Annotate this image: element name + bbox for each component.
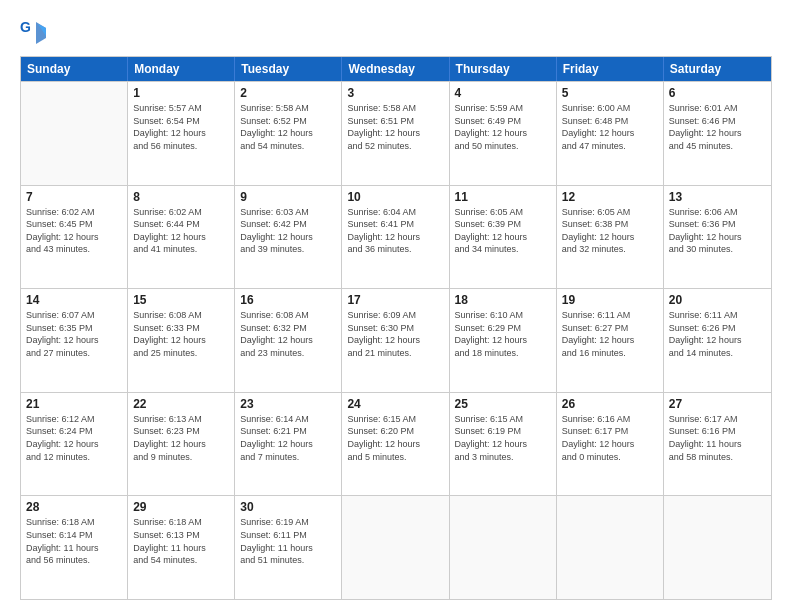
logo: G: [20, 18, 54, 46]
day-number: 18: [455, 293, 551, 307]
calendar-row-4: 21Sunrise: 6:12 AM Sunset: 6:24 PM Dayli…: [21, 392, 771, 496]
day-number: 17: [347, 293, 443, 307]
day-number: 22: [133, 397, 229, 411]
day-number: 30: [240, 500, 336, 514]
header-day-thursday: Thursday: [450, 57, 557, 81]
calendar-cell: 4Sunrise: 5:59 AM Sunset: 6:49 PM Daylig…: [450, 82, 557, 185]
day-number: 15: [133, 293, 229, 307]
day-number: 1: [133, 86, 229, 100]
calendar-row-1: 1Sunrise: 5:57 AM Sunset: 6:54 PM Daylig…: [21, 81, 771, 185]
calendar-cell: 18Sunrise: 6:10 AM Sunset: 6:29 PM Dayli…: [450, 289, 557, 392]
page: G SundayMondayTuesdayWednesdayThursdayFr…: [0, 0, 792, 612]
header-day-sunday: Sunday: [21, 57, 128, 81]
header-day-friday: Friday: [557, 57, 664, 81]
calendar-cell: 3Sunrise: 5:58 AM Sunset: 6:51 PM Daylig…: [342, 82, 449, 185]
cell-info: Sunrise: 5:59 AM Sunset: 6:49 PM Dayligh…: [455, 102, 551, 152]
header-day-tuesday: Tuesday: [235, 57, 342, 81]
day-number: 20: [669, 293, 766, 307]
day-number: 26: [562, 397, 658, 411]
day-number: 2: [240, 86, 336, 100]
calendar-cell: 28Sunrise: 6:18 AM Sunset: 6:14 PM Dayli…: [21, 496, 128, 599]
calendar-row-3: 14Sunrise: 6:07 AM Sunset: 6:35 PM Dayli…: [21, 288, 771, 392]
calendar-cell: 1Sunrise: 5:57 AM Sunset: 6:54 PM Daylig…: [128, 82, 235, 185]
header-day-wednesday: Wednesday: [342, 57, 449, 81]
calendar-cell: 25Sunrise: 6:15 AM Sunset: 6:19 PM Dayli…: [450, 393, 557, 496]
calendar-cell: 8Sunrise: 6:02 AM Sunset: 6:44 PM Daylig…: [128, 186, 235, 289]
day-number: 19: [562, 293, 658, 307]
cell-info: Sunrise: 6:16 AM Sunset: 6:17 PM Dayligh…: [562, 413, 658, 463]
cell-info: Sunrise: 6:18 AM Sunset: 6:14 PM Dayligh…: [26, 516, 122, 566]
calendar-cell: 27Sunrise: 6:17 AM Sunset: 6:16 PM Dayli…: [664, 393, 771, 496]
cell-info: Sunrise: 6:08 AM Sunset: 6:33 PM Dayligh…: [133, 309, 229, 359]
calendar: SundayMondayTuesdayWednesdayThursdayFrid…: [20, 56, 772, 600]
calendar-cell: 15Sunrise: 6:08 AM Sunset: 6:33 PM Dayli…: [128, 289, 235, 392]
calendar-header: SundayMondayTuesdayWednesdayThursdayFrid…: [21, 57, 771, 81]
calendar-cell: 13Sunrise: 6:06 AM Sunset: 6:36 PM Dayli…: [664, 186, 771, 289]
cell-info: Sunrise: 6:10 AM Sunset: 6:29 PM Dayligh…: [455, 309, 551, 359]
calendar-cell: 26Sunrise: 6:16 AM Sunset: 6:17 PM Dayli…: [557, 393, 664, 496]
cell-info: Sunrise: 6:13 AM Sunset: 6:23 PM Dayligh…: [133, 413, 229, 463]
calendar-cell: [664, 496, 771, 599]
calendar-row-5: 28Sunrise: 6:18 AM Sunset: 6:14 PM Dayli…: [21, 495, 771, 599]
day-number: 29: [133, 500, 229, 514]
calendar-cell: [450, 496, 557, 599]
calendar-cell: 2Sunrise: 5:58 AM Sunset: 6:52 PM Daylig…: [235, 82, 342, 185]
cell-info: Sunrise: 6:06 AM Sunset: 6:36 PM Dayligh…: [669, 206, 766, 256]
day-number: 9: [240, 190, 336, 204]
calendar-cell: [21, 82, 128, 185]
day-number: 11: [455, 190, 551, 204]
header-day-saturday: Saturday: [664, 57, 771, 81]
day-number: 4: [455, 86, 551, 100]
day-number: 10: [347, 190, 443, 204]
cell-info: Sunrise: 6:11 AM Sunset: 6:26 PM Dayligh…: [669, 309, 766, 359]
cell-info: Sunrise: 6:07 AM Sunset: 6:35 PM Dayligh…: [26, 309, 122, 359]
cell-info: Sunrise: 6:04 AM Sunset: 6:41 PM Dayligh…: [347, 206, 443, 256]
day-number: 13: [669, 190, 766, 204]
calendar-cell: 7Sunrise: 6:02 AM Sunset: 6:45 PM Daylig…: [21, 186, 128, 289]
calendar-row-2: 7Sunrise: 6:02 AM Sunset: 6:45 PM Daylig…: [21, 185, 771, 289]
calendar-cell: 19Sunrise: 6:11 AM Sunset: 6:27 PM Dayli…: [557, 289, 664, 392]
calendar-body: 1Sunrise: 5:57 AM Sunset: 6:54 PM Daylig…: [21, 81, 771, 599]
header: G: [20, 18, 772, 46]
calendar-cell: 17Sunrise: 6:09 AM Sunset: 6:30 PM Dayli…: [342, 289, 449, 392]
calendar-cell: 11Sunrise: 6:05 AM Sunset: 6:39 PM Dayli…: [450, 186, 557, 289]
calendar-cell: 21Sunrise: 6:12 AM Sunset: 6:24 PM Dayli…: [21, 393, 128, 496]
calendar-cell: 24Sunrise: 6:15 AM Sunset: 6:20 PM Dayli…: [342, 393, 449, 496]
cell-info: Sunrise: 5:57 AM Sunset: 6:54 PM Dayligh…: [133, 102, 229, 152]
day-number: 7: [26, 190, 122, 204]
cell-info: Sunrise: 6:15 AM Sunset: 6:20 PM Dayligh…: [347, 413, 443, 463]
cell-info: Sunrise: 6:03 AM Sunset: 6:42 PM Dayligh…: [240, 206, 336, 256]
calendar-cell: 29Sunrise: 6:18 AM Sunset: 6:13 PM Dayli…: [128, 496, 235, 599]
day-number: 21: [26, 397, 122, 411]
cell-info: Sunrise: 6:15 AM Sunset: 6:19 PM Dayligh…: [455, 413, 551, 463]
day-number: 25: [455, 397, 551, 411]
calendar-cell: 30Sunrise: 6:19 AM Sunset: 6:11 PM Dayli…: [235, 496, 342, 599]
cell-info: Sunrise: 6:01 AM Sunset: 6:46 PM Dayligh…: [669, 102, 766, 152]
day-number: 23: [240, 397, 336, 411]
calendar-cell: 23Sunrise: 6:14 AM Sunset: 6:21 PM Dayli…: [235, 393, 342, 496]
cell-info: Sunrise: 6:02 AM Sunset: 6:44 PM Dayligh…: [133, 206, 229, 256]
cell-info: Sunrise: 6:09 AM Sunset: 6:30 PM Dayligh…: [347, 309, 443, 359]
day-number: 16: [240, 293, 336, 307]
cell-info: Sunrise: 6:00 AM Sunset: 6:48 PM Dayligh…: [562, 102, 658, 152]
header-day-monday: Monday: [128, 57, 235, 81]
cell-info: Sunrise: 6:12 AM Sunset: 6:24 PM Dayligh…: [26, 413, 122, 463]
cell-info: Sunrise: 6:02 AM Sunset: 6:45 PM Dayligh…: [26, 206, 122, 256]
calendar-cell: 14Sunrise: 6:07 AM Sunset: 6:35 PM Dayli…: [21, 289, 128, 392]
cell-info: Sunrise: 6:05 AM Sunset: 6:39 PM Dayligh…: [455, 206, 551, 256]
calendar-cell: 10Sunrise: 6:04 AM Sunset: 6:41 PM Dayli…: [342, 186, 449, 289]
cell-info: Sunrise: 6:08 AM Sunset: 6:32 PM Dayligh…: [240, 309, 336, 359]
day-number: 5: [562, 86, 658, 100]
cell-info: Sunrise: 6:05 AM Sunset: 6:38 PM Dayligh…: [562, 206, 658, 256]
svg-text:G: G: [20, 19, 31, 35]
calendar-cell: 12Sunrise: 6:05 AM Sunset: 6:38 PM Dayli…: [557, 186, 664, 289]
logo-icon: G: [20, 18, 48, 46]
calendar-cell: 6Sunrise: 6:01 AM Sunset: 6:46 PM Daylig…: [664, 82, 771, 185]
cell-info: Sunrise: 5:58 AM Sunset: 6:52 PM Dayligh…: [240, 102, 336, 152]
cell-info: Sunrise: 6:14 AM Sunset: 6:21 PM Dayligh…: [240, 413, 336, 463]
day-number: 6: [669, 86, 766, 100]
calendar-cell: 22Sunrise: 6:13 AM Sunset: 6:23 PM Dayli…: [128, 393, 235, 496]
calendar-cell: 16Sunrise: 6:08 AM Sunset: 6:32 PM Dayli…: [235, 289, 342, 392]
cell-info: Sunrise: 6:17 AM Sunset: 6:16 PM Dayligh…: [669, 413, 766, 463]
day-number: 3: [347, 86, 443, 100]
